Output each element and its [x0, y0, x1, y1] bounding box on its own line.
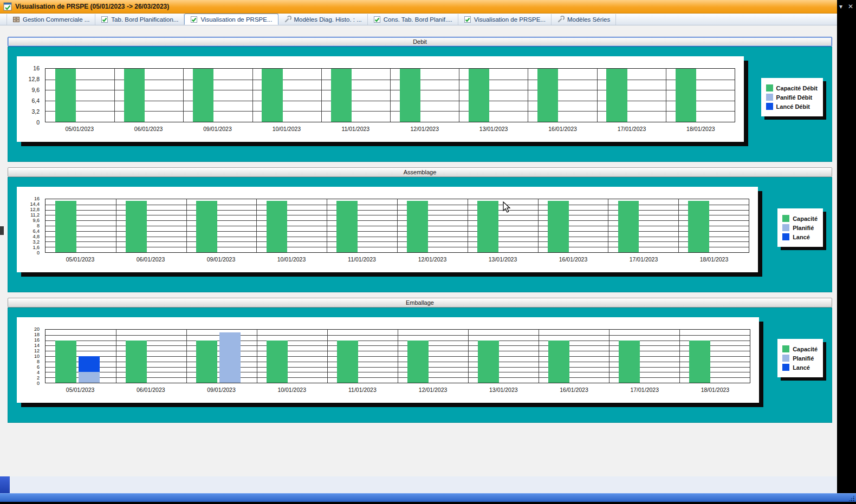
x-tick-label: 05/01/2023	[45, 387, 115, 393]
capacity-bar	[262, 69, 282, 122]
x-tick-label: 11/01/2023	[327, 387, 398, 393]
bar-group	[666, 69, 735, 122]
check-icon	[373, 16, 381, 23]
tab-label: Gestion Commerciale ...	[23, 16, 89, 23]
launched-bar	[79, 356, 100, 372]
y-tick-label: 0	[37, 381, 40, 386]
tab-1[interactable]: Gestion Commerciale ...	[7, 14, 95, 25]
x-tick-label: 10/01/2023	[256, 256, 327, 263]
bar-group	[459, 69, 528, 122]
plot-area	[45, 68, 735, 122]
y-tick-label: 12,8	[30, 207, 40, 212]
capacity-bar	[196, 201, 217, 252]
window-title: Visualisation de PRSPE (05/01/2023 -> 26…	[15, 3, 169, 10]
tab-5[interactable]: Cons. Tab. Bord Planif....	[368, 14, 458, 25]
tab-2[interactable]: Tab. Bord Planification...	[95, 14, 184, 25]
legend-label: Panifié Débit	[776, 94, 813, 101]
cabinet-icon	[12, 16, 20, 23]
panel-header-emballage[interactable]: Emballage	[8, 298, 832, 307]
x-tick-label: 18/01/2023	[666, 126, 735, 132]
x-tick-label: 16/01/2023	[538, 256, 608, 263]
x-tick-label: 12/01/2023	[397, 256, 468, 263]
y-tick-label: 12	[34, 348, 40, 354]
y-tick-label: 16	[34, 196, 40, 201]
planned-bar	[219, 332, 241, 383]
tab-7[interactable]: Modèles Séries	[552, 14, 616, 25]
legend-swatch-planned	[782, 355, 789, 362]
legend-assemblage: CapacitéPlanifiéLancé	[777, 208, 823, 247]
x-tick-label: 12/01/2023	[390, 126, 459, 132]
capacity-bar	[478, 341, 499, 383]
bar-group	[390, 69, 459, 122]
legend-item: Planifié	[782, 355, 818, 362]
content-area: Debit 1612,89,66,43,20 05/01/202306/01/2…	[0, 25, 837, 476]
bar-group	[186, 199, 257, 252]
capacity-bar	[337, 341, 358, 383]
y-tick-label: 4,8	[33, 234, 40, 239]
capacity-bar	[55, 201, 76, 252]
bar-group	[46, 199, 116, 252]
tab-label: Modèles Diag. Histo. : ...	[294, 16, 362, 23]
legend-item: Capacité	[782, 345, 818, 352]
legend-swatch-planned	[782, 224, 789, 231]
legend-label: Capacité Débit	[776, 85, 818, 91]
legend-swatch-capacity	[782, 215, 789, 222]
restore-button[interactable]: ▾	[839, 3, 842, 10]
docked-panel-handle[interactable]	[0, 226, 4, 235]
x-tick-label: 17/01/2023	[609, 387, 680, 393]
y-tick-label: 3,2	[31, 108, 40, 115]
resize-grip[interactable]	[848, 495, 854, 501]
x-tick-label: 13/01/2023	[468, 387, 539, 393]
capacity-bar	[548, 341, 569, 383]
tab-4[interactable]: Modèles Diag. Histo. : ...	[278, 14, 368, 25]
check-icon	[190, 16, 198, 23]
bottom-left-accent	[0, 476, 10, 493]
panel-header-debit[interactable]: Debit	[8, 37, 832, 47]
legend-item: Lancé	[782, 364, 818, 371]
y-tick-label: 6	[37, 364, 40, 370]
legend-label: Planifié	[793, 355, 814, 362]
wrench-icon	[557, 16, 565, 23]
legend-label: Capacité	[793, 346, 818, 352]
close-button[interactable]: ✕	[848, 3, 853, 10]
x-tick-label: 13/01/2023	[468, 256, 538, 263]
x-axis: 05/01/202306/01/202309/01/202310/01/2023…	[45, 387, 750, 393]
bottom-strip	[0, 476, 837, 493]
legend-swatch-launched	[766, 103, 773, 110]
y-tick-label: 9,6	[31, 87, 40, 93]
bar-group	[46, 330, 116, 383]
x-tick-label: 05/01/2023	[45, 126, 114, 132]
legend-item: Panifié Débit	[766, 94, 818, 101]
bar-group	[678, 199, 749, 252]
capacity-bar	[688, 201, 709, 252]
y-tick-label: 20	[34, 326, 40, 332]
y-tick-label: 9,6	[33, 218, 40, 223]
plot-area	[45, 329, 750, 383]
y-tick-label: 6,4	[33, 228, 40, 234]
panel-body-emballage: 20181614121086420 05/01/202306/01/202309…	[8, 307, 832, 423]
y-axis: 1614,412,811,29,686,44,83,21,60	[17, 199, 42, 253]
bar-group	[398, 330, 468, 383]
x-tick-label: 09/01/2023	[183, 126, 252, 132]
capacity-bar	[407, 201, 428, 252]
capacity-bar	[400, 69, 420, 122]
y-tick-label: 2	[37, 375, 40, 381]
capacity-bar	[55, 69, 76, 122]
y-tick-label: 0	[36, 119, 40, 126]
x-tick-label: 17/01/2023	[597, 126, 666, 132]
tab-label: Modèles Séries	[567, 16, 610, 23]
tab-6[interactable]: Visualisation de PRSPE...	[458, 14, 552, 25]
bar-group	[327, 199, 397, 252]
tab-3[interactable]: Visualisation de PRSPE...	[184, 14, 278, 25]
capacity-bar	[618, 201, 639, 252]
y-tick-label: 8	[37, 223, 40, 228]
panel-header-assemblage[interactable]: Assemblage	[8, 167, 832, 177]
legend-item: Lancé	[782, 233, 818, 240]
legend-label: Lancé Débit	[776, 103, 810, 110]
chart-debit: 1612,89,66,43,20 05/01/202306/01/202309/…	[17, 56, 744, 142]
y-tick-label: 4	[37, 370, 40, 375]
mouse-cursor	[502, 201, 513, 213]
legend-label: Planifié	[793, 225, 814, 231]
y-axis: 20181614121086420	[17, 329, 42, 383]
x-tick-label: 13/01/2023	[459, 126, 528, 132]
